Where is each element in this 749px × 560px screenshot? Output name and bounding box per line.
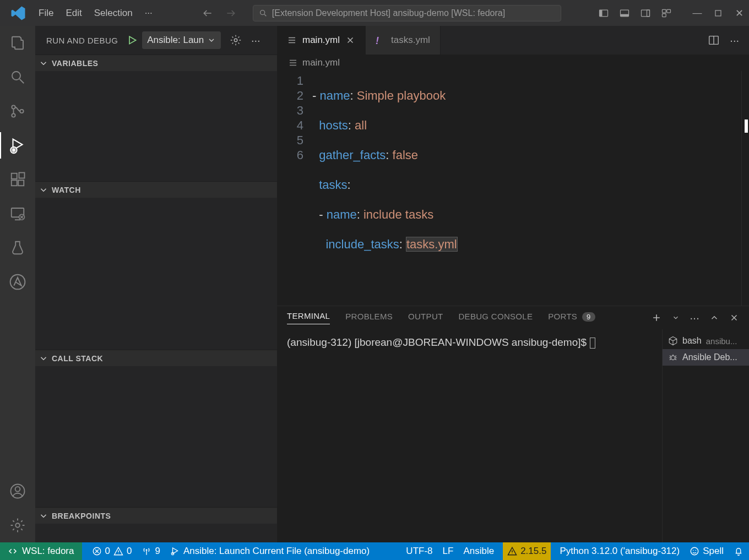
open-launch-json-icon[interactable] <box>230 34 242 46</box>
callstack-label: CALL STACK <box>52 354 103 363</box>
debug-icon <box>170 546 180 556</box>
yaml-file-icon <box>287 35 297 45</box>
menu-more-icon[interactable]: ··· <box>145 8 153 19</box>
remote-explorer-icon[interactable] <box>8 204 27 223</box>
ports-status[interactable]: 9 <box>142 546 160 557</box>
callstack-section-head[interactable]: CALL STACK <box>35 350 277 366</box>
notifications-status[interactable] <box>734 546 743 556</box>
titlebar: File Edit Selection ··· [Extension Devel… <box>0 0 749 26</box>
panel-tab-output[interactable]: OUTPUT <box>408 312 443 324</box>
panel-tab-ports[interactable]: PORTS 9 <box>548 312 595 324</box>
explorer-icon[interactable] <box>8 34 27 52</box>
svg-point-32 <box>691 547 698 555</box>
svg-rect-9 <box>663 13 666 17</box>
search-icon <box>259 9 268 18</box>
search-activity-icon[interactable] <box>8 68 27 86</box>
panel-tab-problems[interactable]: PROBLEMS <box>345 312 393 324</box>
maximize-icon[interactable] <box>713 8 724 19</box>
variables-section-head[interactable]: VARIABLES <box>35 55 277 71</box>
yaml-file-icon <box>288 58 298 68</box>
ansible-version-warn[interactable]: 2.15.5 <box>503 542 551 560</box>
yaml-file-icon: ! <box>376 35 386 45</box>
bell-icon <box>734 546 743 556</box>
testing-icon[interactable] <box>8 238 27 257</box>
breadcrumb[interactable]: main.yml <box>277 55 749 71</box>
close-icon[interactable]: ✕ <box>734 8 745 19</box>
svg-point-28 <box>671 356 675 360</box>
remote-icon <box>8 546 18 556</box>
vscode-logo-icon <box>10 5 26 21</box>
new-terminal-icon[interactable] <box>651 312 662 323</box>
bottom-panel: TERMINAL PROBLEMS OUTPUT DEBUG CONSOLE P… <box>277 306 749 542</box>
run-debug-icon[interactable] <box>8 136 27 155</box>
settings-gear-icon[interactable] <box>8 516 27 535</box>
minimize-icon[interactable]: — <box>692 8 703 19</box>
menu-edit[interactable]: Edit <box>66 8 82 19</box>
watch-section-head[interactable]: WATCH <box>35 181 277 198</box>
problems-status[interactable]: 0 0 <box>92 546 132 557</box>
layout-bottom-icon[interactable] <box>619 8 630 19</box>
svg-rect-5 <box>642 10 650 17</box>
svg-point-26 <box>235 39 238 42</box>
layout-left-icon[interactable] <box>598 8 609 19</box>
start-debug-icon[interactable] <box>127 35 138 46</box>
chevron-down-icon <box>39 58 48 68</box>
svg-point-0 <box>260 10 264 14</box>
panel-tab-terminal[interactable]: TERMINAL <box>287 311 330 324</box>
svg-point-30 <box>146 549 148 551</box>
breakpoints-section-head[interactable]: BREAKPOINTS <box>35 507 277 524</box>
error-icon <box>92 546 102 556</box>
encoding-status[interactable]: UTF-8 <box>406 546 432 557</box>
menu-selection[interactable]: Selection <box>94 8 133 19</box>
layout-right-icon[interactable] <box>640 8 651 19</box>
debug-more-icon[interactable]: ··· <box>249 34 262 46</box>
chevron-down-icon <box>39 185 48 195</box>
svg-rect-16 <box>12 173 17 179</box>
command-center[interactable]: [Extension Development Host] ansibug-dem… <box>253 5 561 21</box>
close-panel-icon[interactable] <box>729 313 739 323</box>
debug-target-status[interactable]: Ansible: Launch Current File (ansibug-de… <box>170 546 370 557</box>
terminal-prompt: (ansibug-312) [jborean@JBOREAN-WINDOWS a… <box>287 336 587 348</box>
panel-more-icon[interactable]: ··· <box>690 312 699 324</box>
remote-indicator[interactable]: WSL: fedora <box>0 542 82 560</box>
minimap[interactable] <box>741 71 749 306</box>
forward-icon[interactable] <box>225 8 236 19</box>
svg-point-24 <box>15 487 20 492</box>
svg-rect-8 <box>667 9 671 13</box>
ansible-icon[interactable] <box>8 273 27 291</box>
window-controls: — ✕ <box>598 8 745 19</box>
code-editor[interactable]: 1 2 3 4 5 6 - name: Simple playbook host… <box>277 71 749 306</box>
terminal-entry-bash[interactable]: bash ansibu... <box>663 333 749 349</box>
code-content[interactable]: - name: Simple playbook hosts: all gathe… <box>312 71 741 306</box>
panel-tab-debugconsole[interactable]: DEBUG CONSOLE <box>458 312 533 324</box>
tab-tasks-yml[interactable]: ! tasks.yml <box>366 26 441 55</box>
spell-status[interactable]: Spell <box>690 546 724 557</box>
menu-file[interactable]: File <box>39 8 53 19</box>
maximize-panel-icon[interactable] <box>709 313 719 323</box>
warning-icon <box>113 546 123 556</box>
language-status[interactable]: Ansible <box>463 546 494 557</box>
eol-status[interactable]: LF <box>443 546 454 557</box>
editor-more-icon[interactable]: ··· <box>730 34 739 47</box>
terminal-entry-ansible-debug[interactable]: Ansible Deb... <box>663 349 749 366</box>
python-status[interactable]: Python 3.12.0 ('ansibug-312) <box>560 546 680 557</box>
accounts-icon[interactable] <box>8 482 27 501</box>
close-tab-icon[interactable] <box>345 35 355 45</box>
watch-label: WATCH <box>52 186 81 194</box>
bug-icon <box>668 352 678 362</box>
debug-header: RUN AND DEBUG Ansible: Laun ··· <box>35 26 277 55</box>
svg-rect-2 <box>600 10 603 17</box>
launch-config-label: Ansible: Laun <box>147 35 204 46</box>
source-control-icon[interactable] <box>8 102 27 121</box>
terminal-list: bash ansibu... Ansible Deb... <box>662 329 749 542</box>
split-editor-icon[interactable] <box>708 34 720 46</box>
launch-config-selector[interactable]: Ansible: Laun <box>142 31 221 49</box>
terminal-output[interactable]: (ansibug-312) [jborean@JBOREAN-WINDOWS a… <box>277 329 662 542</box>
terminal-dropdown-icon[interactable] <box>672 314 680 322</box>
tab-main-yml[interactable]: main.yml <box>277 26 366 55</box>
layout-customize-icon[interactable] <box>661 8 672 19</box>
panel-tabs: TERMINAL PROBLEMS OUTPUT DEBUG CONSOLE P… <box>277 306 749 329</box>
back-icon[interactable] <box>202 8 213 19</box>
extensions-icon[interactable] <box>8 170 27 189</box>
chevron-down-icon <box>39 511 48 521</box>
